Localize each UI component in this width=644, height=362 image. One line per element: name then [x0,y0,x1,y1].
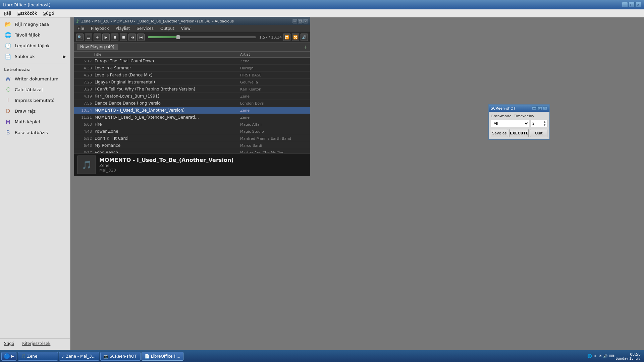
sidebar-draw[interactable]: D Draw rajz [0,106,70,116]
playlist-add-button[interactable]: + [303,44,307,50]
search-button[interactable]: 🔍 [76,34,84,41]
taskbar-start: 🔵 ▶ [1,352,16,361]
taskbar-item-libreoffice[interactable]: 📄 LibreOffice (l... [142,352,183,361]
taskbar-item-screenshot[interactable]: 📷 SCReen-shOT [100,352,141,361]
playlist-row[interactable]: 4:19 Karl_Keaton-Love's_Burn_(1991) Zene [74,93,310,100]
save-as-button[interactable]: Save as [491,129,508,137]
playlist-button[interactable]: ☰ [85,34,92,41]
repeat-button[interactable]: 🔁 [283,34,290,41]
audacious-icon: ♪ [62,354,65,359]
sidebar-templates[interactable]: 📄 Sablonok ▶ [0,51,70,62]
audacious-playlist[interactable]: 5:17 Europe-The_Final_CountDown Zene 4:3… [74,58,310,153]
add-button[interactable]: + [94,34,101,41]
col-artist: Artist [240,52,307,57]
quit-button[interactable]: Quit [530,129,547,137]
playback-time: 1:57 / 10:34 [259,35,282,40]
track-duration: 4:43 [77,129,92,134]
impress-icon: I [4,97,12,104]
aud-menu-playback[interactable]: Playback [88,25,112,32]
aud-menu-playlist[interactable]: Playlist [112,25,133,32]
sidebar-math[interactable]: M Math képlet [0,116,70,127]
base-icon: B [4,129,12,136]
time-delay-spinbox[interactable]: 2 ▲ ▼ [531,120,547,127]
track-duration: 3:27 [77,150,92,154]
execute-button[interactable]: EXECUTE [509,129,529,137]
playlist-row[interactable]: 4:33 Love in a Summer Fairligh [74,65,310,72]
help-link[interactable]: Súgó [0,340,18,347]
playlist-row[interactable]: 4:43 Power Zone Magic Studio [74,128,310,135]
tray-icon-5: ⌨ [609,354,614,358]
aud-menu-file[interactable]: File [74,25,88,32]
playlist-row[interactable]: 6:03 Fire Magic Affair [74,121,310,128]
play-button[interactable]: ▶ [102,34,110,41]
track-duration: 3:28 [77,87,92,92]
scr-maximize-button[interactable]: □ [537,106,542,110]
sidebar-recent-files[interactable]: 🕐 Legutóbbi fájlok [0,40,70,51]
playlist-row[interactable]: 5:17 Europe-The_Final_CountDown Zene [74,58,310,65]
track-title: MOMENTO - I_Used_To_Be_(Another_Version) [95,108,240,113]
sidebar-open-file[interactable]: 📂 Fájl megnyitása [0,19,70,29]
math-icon: M [4,118,12,125]
playlist-row[interactable]: 11:21 MOMENTO-I_Used_To_Be_(Xtended_New_… [74,114,310,121]
menu-tools[interactable]: Eszközök [15,10,40,16]
playlist-row[interactable]: 3:27 Echo Beach Martha And The Muffins [74,149,310,153]
extensions-link[interactable]: Kiterjesztések [18,340,54,347]
playlist-now-playing-tab[interactable]: Now Playing (49) [77,44,118,50]
aud-menu-services[interactable]: Services [133,25,157,32]
scr-close-button[interactable]: × [543,106,547,110]
playlist-row[interactable]: 7:25 Ligaya (Original Instrumental) Gour… [74,79,310,86]
track-artist: Zene [240,108,307,113]
minimize-button[interactable]: — [622,2,628,7]
sidebar-base[interactable]: B Base adatbázis [0,127,70,138]
close-button[interactable]: × [635,2,641,7]
menu-file[interactable]: Fájl [1,10,14,16]
sidebar-writer[interactable]: W Writer dokumentum [0,73,70,84]
playlist-row[interactable]: 7:56 Dance Dance Dance (long versio Lond… [74,100,310,107]
playlist-row[interactable]: 5:52 Don't Kill It Carol Manfred Mann's … [74,135,310,142]
grab-mode-select[interactable]: All [491,120,529,127]
shuffle-button[interactable]: 🔀 [292,34,299,41]
volume-button[interactable]: 🔊 [301,34,308,41]
playlist-row[interactable]: 10:34 MOMENTO - I_Used_To_Be_(Another_Ve… [74,107,310,114]
pause-button[interactable]: ⏸ [111,34,118,41]
screenshot-window-controls: — □ × [532,106,547,110]
track-duration: 11:21 [77,115,92,120]
now-playing-title: MOMENTO - I_Used_To_Be_(Another_Version) [99,157,307,163]
sidebar-remote-files[interactable]: 🌐 Távoli fájlok [0,29,70,40]
aud-minimize-button[interactable]: — [292,19,297,23]
prev-button[interactable]: ⏮ [128,34,136,41]
track-title: Fire [95,122,240,127]
audacious-menubar: File Playback Playlist Services Output V… [74,25,310,32]
menu-help[interactable]: Súgó [41,10,57,16]
taskbar-item-zene[interactable]: 🎵 Zene [18,352,58,361]
aud-menu-output[interactable]: Output [157,25,178,32]
scr-minimize-button[interactable]: — [532,106,537,110]
screenshot-titlebar: SCReen-shOT — □ × [489,105,549,112]
track-title: My Romance [95,143,240,148]
maximize-button[interactable]: □ [629,2,635,7]
aud-maximize-button[interactable]: □ [298,19,303,23]
track-artist: Martha And The Muffins [240,150,307,154]
track-title: MOMENTO-I_Used_To_Be_(Xtended_New_Genera… [95,115,240,120]
sidebar-impress[interactable]: I Impress bemutató [0,95,70,106]
start-button[interactable]: 🔵 ▶ [1,352,16,361]
progress-bar[interactable] [148,36,256,38]
taskbar-item-audacious[interactable]: ♪ Zene - Mai_3... [59,352,99,361]
sidebar-calc[interactable]: C Calc táblázat [0,84,70,95]
libreoffice-sidebar: 📂 Fájl megnyitása 🌐 Távoli fájlok 🕐 Legu… [0,17,70,350]
grab-mode-controls-row: All 2 ▲ ▼ [491,120,547,127]
libreoffice-window-controls: — □ × [622,2,641,7]
next-button[interactable]: ⏭ [137,34,145,41]
playlist-row[interactable]: 3:28 I Can't Tell You Why (The Rapino Br… [74,86,310,93]
playlist-columns: Title Artist [74,52,310,58]
aud-menu-view[interactable]: View [178,25,194,32]
playlist-row[interactable]: 4:28 Love Is Paradise (Dance Mix) FIRST … [74,72,310,79]
track-duration: 5:17 [77,59,92,63]
track-duration: 7:25 [77,80,92,84]
audacious-toolbar: 🔍 ☰ + ▶ ⏸ ⏹ ⏮ ⏭ 1:57 / 10:34 🔁 🔀 🔊 [74,32,310,43]
playlist-row[interactable]: 6:43 My Romance Marco Bardi [74,142,310,149]
aud-close-button[interactable]: × [303,19,308,23]
taskbar: 🔵 ▶ 🎵 Zene ♪ Zene - Mai_3... 📷 SCReen-sh… [0,350,644,362]
stop-button[interactable]: ⏹ [120,34,127,41]
progress-thumb [176,35,180,39]
